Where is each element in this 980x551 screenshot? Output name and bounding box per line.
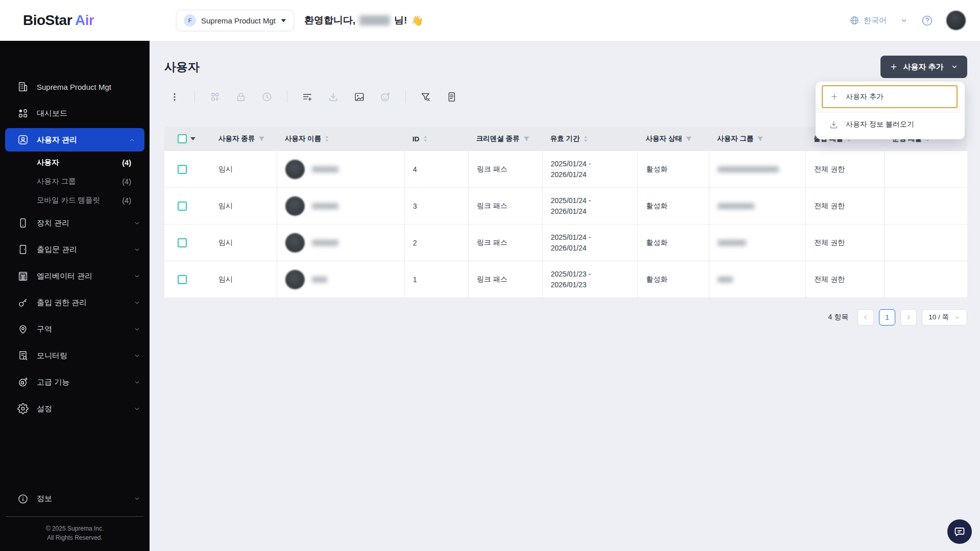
table-row[interactable]: 임시2링크 패스2025/01/24 -2026/01/24활성화전체 권한 [164, 224, 967, 261]
dashboard-icon [17, 108, 29, 119]
globe-icon [849, 15, 860, 26]
cell-name [277, 224, 404, 261]
sidebar-item-advanced-features[interactable]: 고급 기능 [0, 369, 150, 395]
column-header-status[interactable]: 사용자 상태 [638, 127, 709, 151]
sidebar-item-suprema-product-mgt[interactable]: Suprema Product Mgt [0, 73, 150, 100]
menu-item-import-users[interactable]: 사용자 정보 불러오기 [816, 112, 965, 137]
cell-group [709, 261, 805, 297]
table-row[interactable]: 임시1링크 패스2025/01/23 -2026/01/23활성화전체 권한 [164, 261, 967, 298]
sidebar-item-elevator-mgmt[interactable]: 엘리베이터 관리 [0, 263, 150, 289]
sidebar-subitem-user-groups[interactable]: 사용자 그룹(4) [0, 172, 150, 191]
cell-access_level: 전체 권한 [805, 188, 884, 224]
cell-select [164, 188, 210, 224]
lock-icon[interactable] [235, 91, 247, 103]
clock-icon[interactable] [261, 91, 273, 103]
sidebar-item-zones[interactable]: 구역 [0, 316, 150, 342]
sidebar-item-access-permission-mgmt[interactable]: 출입 권한 관리 [0, 289, 150, 316]
column-header-select[interactable] [164, 127, 210, 151]
user-table: 사용자 종류사용자 이름ID크리덴셜 종류유효 기간사용자 상태사용자 그룹출입… [164, 127, 967, 298]
add-face-icon[interactable] [379, 91, 391, 103]
workspace-selector[interactable]: F Suprema Product Mgt [176, 10, 294, 31]
sidebar-subitem-mobile-card-templates[interactable]: 모바일 카드 템플릿(4) [0, 191, 150, 210]
gear-icon [17, 403, 29, 414]
column-header-user_type[interactable]: 사용자 종류 [210, 127, 277, 151]
sidebar-item-user-mgmt[interactable]: 사용자 관리 [5, 128, 144, 152]
elevator-icon [17, 270, 29, 282]
cell-id: 2 [404, 224, 468, 261]
sidebar-footer: © 2025 Suprema Inc. All Rights Reserved. [0, 517, 150, 551]
column-header-group[interactable]: 사용자 그룹 [709, 127, 805, 151]
sidebar-subitem-label: 사용자 그룹 [37, 177, 76, 186]
cell-credential: 링크 패스 [468, 188, 542, 224]
chevron-down-icon [134, 299, 140, 306]
import-icon [829, 120, 839, 130]
redacted-user-name [312, 240, 338, 246]
chat-fab-button[interactable] [947, 519, 972, 544]
column-header-id[interactable]: ID [404, 127, 468, 151]
row-checkbox[interactable] [178, 238, 187, 247]
report-icon[interactable] [446, 91, 458, 103]
logo-biostar: BioStar [23, 12, 72, 28]
help-icon[interactable] [921, 15, 933, 27]
caret-down-icon[interactable] [190, 137, 195, 140]
next-page-button[interactable] [900, 309, 917, 325]
download-icon[interactable] [327, 91, 339, 103]
cell-operator_level [884, 261, 967, 297]
cell-validity: 2025/01/23 -2026/01/23 [542, 261, 638, 297]
sidebar-item-monitoring[interactable]: 모니터링 [0, 342, 150, 369]
column-header-label: 유효 기간 [550, 134, 580, 143]
chevron-down-icon [134, 495, 140, 502]
sidebar-nav: Suprema Product Mgt대시보드사용자 관리사용자(4)사용자 그… [0, 73, 150, 422]
info-icon [17, 493, 29, 505]
chevron-down-icon[interactable] [900, 16, 908, 24]
add-group-icon[interactable] [209, 91, 221, 103]
sidebar-item-dashboard[interactable]: 대시보드 [0, 100, 150, 127]
footer-copyright: © 2025 Suprema Inc. [0, 524, 150, 534]
row-checkbox[interactable] [178, 275, 187, 284]
chevron-down-icon [134, 273, 140, 280]
sidebar-subitem-users[interactable]: 사용자(4) [0, 153, 150, 172]
prev-page-button[interactable] [857, 309, 874, 325]
menu-item-add-user[interactable]: 사용자 추가 [822, 85, 958, 108]
user-avatar-blurred [285, 270, 305, 289]
title-row: 사용자 사용자 추가 [164, 56, 967, 78]
table-row[interactable]: 임시3링크 패스2025/01/24 -2026/01/24활성화전체 권한 [164, 188, 967, 224]
cell-id: 4 [404, 151, 468, 187]
column-header-label: 사용자 그룹 [717, 134, 753, 143]
total-items-label: 4 항목 [828, 313, 849, 322]
add-user-button[interactable]: 사용자 추가 [880, 56, 967, 78]
user-avatar[interactable] [946, 11, 966, 30]
cell-id: 3 [404, 188, 468, 224]
sidebar-item-door-mgmt[interactable]: 출입문 관리 [0, 236, 150, 263]
cell-name [277, 261, 404, 297]
cell-credential: 링크 패스 [468, 261, 542, 297]
workspace-label: Suprema Product Mgt [201, 16, 276, 25]
column-header-validity[interactable]: 유효 기간 [542, 127, 638, 151]
sidebar-item-label: Suprema Product Mgt [37, 83, 111, 91]
select-all-checkbox[interactable] [178, 134, 187, 143]
language-label: 한국어 [864, 16, 887, 26]
column-header-credential[interactable]: 크리덴셜 종류 [468, 127, 542, 151]
welcome-suffix: 님! [394, 14, 407, 27]
cell-user_type: 임시 [210, 188, 277, 224]
redacted-user-group [718, 240, 746, 246]
cell-select [164, 261, 210, 297]
image-icon[interactable] [353, 91, 365, 103]
sidebar-item-info[interactable]: 정보 [0, 486, 150, 512]
page-size-select[interactable]: 10 / 쪽 [922, 309, 967, 325]
more-vertical-icon[interactable] [168, 91, 181, 103]
page-number-button[interactable]: 1 [879, 309, 895, 325]
table-row[interactable]: 임시4링크 패스2025/01/24 -2026/01/24활성화전체 권한 [164, 151, 967, 188]
sidebar-item-settings[interactable]: 설정 [0, 395, 150, 422]
row-checkbox[interactable] [178, 165, 187, 174]
row-checkbox[interactable] [178, 202, 187, 211]
batch-edit-icon[interactable] [301, 91, 313, 103]
redacted-user-name [312, 277, 327, 283]
validity-period: 2025/01/24 -2026/01/24 [551, 195, 591, 217]
clear-filter-icon[interactable] [420, 91, 432, 103]
language-switcher[interactable]: 한국어 [849, 15, 887, 26]
building-icon [17, 81, 29, 92]
sidebar-item-label: 설정 [37, 404, 52, 414]
column-header-name[interactable]: 사용자 이름 [277, 127, 404, 151]
sidebar-item-device-mgmt[interactable]: 장치 관리 [0, 210, 150, 236]
